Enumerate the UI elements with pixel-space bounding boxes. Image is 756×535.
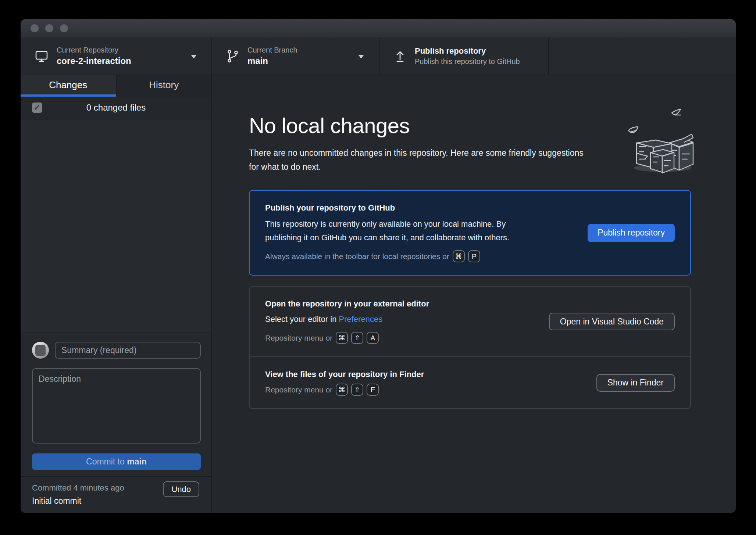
toolbar: Current Repository core-2-interaction Cu… bbox=[21, 37, 736, 75]
main-content: No local changes There are no uncommitte… bbox=[212, 75, 736, 513]
app-window: Current Repository core-2-interaction Cu… bbox=[21, 19, 736, 513]
commit-form: Commit to main bbox=[21, 333, 211, 476]
commit-summary-input[interactable] bbox=[55, 342, 201, 359]
publish-card-title: Publish your repository to GitHub bbox=[265, 203, 577, 213]
suggestions-group: Open the repository in your external edi… bbox=[249, 286, 691, 409]
close-window-button[interactable] bbox=[31, 24, 39, 32]
computer-icon bbox=[35, 49, 49, 63]
publish-toolbar-subtitle: Publish this repository to GitHub bbox=[415, 57, 520, 66]
commit-button[interactable]: Commit to main bbox=[32, 453, 201, 470]
tab-history[interactable]: History bbox=[116, 75, 212, 97]
commit-button-prefix: Commit to bbox=[86, 457, 127, 466]
chevron-down-icon bbox=[191, 55, 197, 58]
chevron-down-icon bbox=[358, 55, 364, 58]
publish-card-body-line2: publishing it on GitHub you can share it… bbox=[265, 231, 577, 244]
f-key: F bbox=[367, 384, 379, 396]
commit-description-input[interactable] bbox=[32, 368, 201, 444]
command-key: ⌘ bbox=[453, 250, 465, 262]
sidebar-tabs: Changes History bbox=[21, 75, 211, 97]
show-in-finder-button[interactable]: Show in Finder bbox=[596, 374, 675, 392]
toolbar-spacer bbox=[549, 37, 736, 75]
publish-card-body-line1: This repository is currently only availa… bbox=[265, 217, 577, 231]
finder-card-hint: Repository menu or bbox=[265, 385, 332, 394]
minimize-window-button[interactable] bbox=[45, 24, 53, 32]
publish-repository-button[interactable]: Publish repository bbox=[588, 224, 675, 242]
a-key: A bbox=[367, 332, 379, 344]
commit-button-branch: main bbox=[127, 457, 147, 466]
publish-card-hint: Always available in the toolbar for loca… bbox=[265, 252, 449, 261]
boxes-illustration bbox=[628, 108, 701, 177]
upload-icon bbox=[393, 49, 407, 63]
editor-card-title: Open the repository in your external edi… bbox=[265, 299, 538, 309]
current-repository-value: core-2-interaction bbox=[57, 56, 131, 66]
publish-toolbar-title: Publish repository bbox=[415, 46, 520, 56]
editor-card-hint: Repository menu or bbox=[265, 334, 332, 342]
editor-card-select-text: Select your editor in bbox=[265, 315, 339, 324]
open-in-editor-card: Open the repository in your external edi… bbox=[250, 287, 690, 356]
command-key: ⌘ bbox=[336, 332, 348, 344]
shift-key: ⇧ bbox=[351, 384, 363, 396]
current-branch-dropdown[interactable]: Current Branch main bbox=[212, 37, 379, 75]
changed-files-list bbox=[21, 119, 211, 333]
command-key: ⌘ bbox=[336, 384, 348, 396]
show-in-finder-card: View the files of your repository in Fin… bbox=[250, 356, 690, 408]
p-key: P bbox=[468, 250, 480, 262]
user-avatar bbox=[32, 342, 49, 359]
preferences-link[interactable]: Preferences bbox=[339, 315, 383, 324]
shift-key: ⇧ bbox=[351, 332, 363, 344]
current-branch-value: main bbox=[247, 56, 297, 66]
last-commit-message: Initial commit bbox=[32, 496, 211, 506]
open-in-vscode-button[interactable]: Open in Visual Studio Code bbox=[549, 313, 675, 330]
changed-files-count: 0 changed files bbox=[86, 103, 146, 113]
git-branch-icon bbox=[226, 49, 239, 64]
zoom-window-button[interactable] bbox=[60, 24, 68, 32]
publish-repository-toolbar-button[interactable]: Publish repository Publish this reposito… bbox=[379, 37, 549, 75]
finder-card-title: View the files of your repository in Fin… bbox=[265, 370, 585, 379]
last-commit-bar: Committed 4 minutes ago Initial commit U… bbox=[21, 476, 211, 513]
publish-repository-card: Publish your repository to GitHub This r… bbox=[249, 190, 691, 276]
tab-changes[interactable]: Changes bbox=[21, 75, 116, 97]
title-bar bbox=[21, 19, 736, 37]
undo-commit-button[interactable]: Undo bbox=[163, 481, 199, 497]
changed-files-header: ✓ 0 changed files bbox=[21, 97, 211, 119]
current-repository-label: Current Repository bbox=[57, 46, 131, 54]
sidebar: Changes History ✓ 0 changed files Commit… bbox=[21, 75, 212, 513]
select-all-checkbox[interactable]: ✓ bbox=[32, 103, 42, 113]
current-repository-dropdown[interactable]: Current Repository core-2-interaction bbox=[21, 37, 212, 75]
current-branch-label: Current Branch bbox=[247, 46, 297, 54]
